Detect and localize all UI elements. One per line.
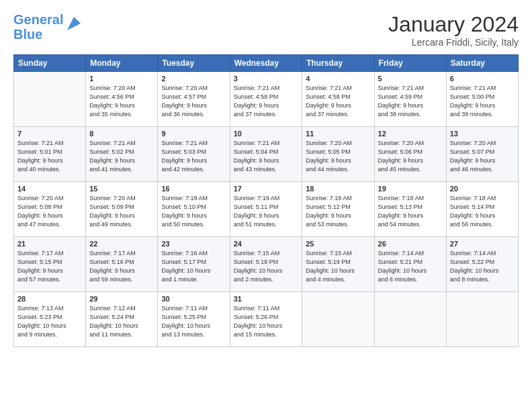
- day-number: 7: [17, 130, 82, 138]
- table-row: 17Sunrise: 7:19 AM Sunset: 5:11 PM Dayli…: [230, 182, 302, 237]
- table-row: 23Sunrise: 7:16 AM Sunset: 5:17 PM Dayli…: [158, 237, 230, 292]
- day-number: 11: [306, 130, 370, 138]
- col-friday: Friday: [374, 55, 446, 72]
- calendar-week-row: 7Sunrise: 7:21 AM Sunset: 5:01 PM Daylig…: [14, 127, 519, 182]
- logo-text: GeneralBlue: [13, 12, 63, 42]
- calendar-week-row: 21Sunrise: 7:17 AM Sunset: 5:15 PM Dayli…: [14, 237, 519, 292]
- day-number: 17: [234, 185, 299, 193]
- day-info: Sunrise: 7:20 AM Sunset: 4:57 PM Dayligh…: [161, 84, 226, 119]
- day-info: Sunrise: 7:21 AM Sunset: 4:58 PM Dayligh…: [234, 84, 299, 119]
- day-info: Sunrise: 7:20 AM Sunset: 5:07 PM Dayligh…: [450, 139, 515, 174]
- day-info: Sunrise: 7:21 AM Sunset: 5:04 PM Dayligh…: [234, 139, 299, 174]
- table-row: 4Sunrise: 7:21 AM Sunset: 4:58 PM Daylig…: [302, 72, 374, 127]
- day-number: 9: [161, 130, 226, 138]
- table-row: 21Sunrise: 7:17 AM Sunset: 5:15 PM Dayli…: [14, 237, 86, 292]
- day-info: Sunrise: 7:21 AM Sunset: 4:59 PM Dayligh…: [378, 84, 443, 119]
- day-number: 4: [306, 75, 370, 83]
- day-info: Sunrise: 7:20 AM Sunset: 5:05 PM Dayligh…: [306, 139, 370, 174]
- table-row: 15Sunrise: 7:20 AM Sunset: 5:09 PM Dayli…: [86, 182, 158, 237]
- day-info: Sunrise: 7:17 AM Sunset: 5:16 PM Dayligh…: [89, 249, 154, 284]
- day-info: Sunrise: 7:15 AM Sunset: 5:19 PM Dayligh…: [306, 249, 370, 284]
- table-row: 27Sunrise: 7:14 AM Sunset: 5:22 PM Dayli…: [446, 237, 518, 292]
- day-number: 28: [17, 295, 82, 303]
- day-info: Sunrise: 7:21 AM Sunset: 5:02 PM Dayligh…: [89, 139, 154, 174]
- table-row: 7Sunrise: 7:21 AM Sunset: 5:01 PM Daylig…: [14, 127, 86, 182]
- day-info: Sunrise: 7:17 AM Sunset: 5:15 PM Dayligh…: [17, 249, 82, 284]
- day-info: Sunrise: 7:15 AM Sunset: 5:18 PM Dayligh…: [234, 249, 299, 284]
- table-row: 2Sunrise: 7:20 AM Sunset: 4:57 PM Daylig…: [158, 72, 230, 127]
- col-saturday: Saturday: [446, 55, 518, 72]
- day-number: 5: [378, 75, 443, 83]
- table-row: 30Sunrise: 7:11 AM Sunset: 5:25 PM Dayli…: [158, 292, 230, 347]
- day-number: 25: [306, 240, 370, 248]
- calendar-week-row: 28Sunrise: 7:13 AM Sunset: 5:23 PM Dayli…: [14, 292, 519, 347]
- day-number: 22: [89, 240, 154, 248]
- day-number: 23: [161, 240, 226, 248]
- day-number: 21: [17, 240, 82, 248]
- month-title: January 2024: [388, 12, 519, 37]
- day-info: Sunrise: 7:21 AM Sunset: 5:03 PM Dayligh…: [161, 139, 226, 174]
- day-number: 19: [378, 185, 443, 193]
- col-thursday: Thursday: [302, 55, 374, 72]
- table-row: 11Sunrise: 7:20 AM Sunset: 5:05 PM Dayli…: [302, 127, 374, 182]
- logo: GeneralBlue: [13, 12, 83, 42]
- day-info: Sunrise: 7:18 AM Sunset: 5:13 PM Dayligh…: [378, 194, 443, 229]
- table-row: [302, 292, 374, 347]
- day-number: 10: [234, 130, 299, 138]
- day-number: 29: [89, 295, 154, 303]
- table-row: 22Sunrise: 7:17 AM Sunset: 5:16 PM Dayli…: [86, 237, 158, 292]
- table-row: 18Sunrise: 7:18 AM Sunset: 5:12 PM Dayli…: [302, 182, 374, 237]
- day-number: 24: [234, 240, 299, 248]
- day-number: 20: [450, 185, 515, 193]
- day-number: 31: [234, 295, 299, 303]
- day-number: 13: [450, 130, 515, 138]
- table-row: 29Sunrise: 7:12 AM Sunset: 5:24 PM Dayli…: [86, 292, 158, 347]
- day-number: 2: [161, 75, 226, 83]
- calendar-week-row: 1Sunrise: 7:20 AM Sunset: 4:56 PM Daylig…: [14, 72, 519, 127]
- day-info: Sunrise: 7:11 AM Sunset: 5:26 PM Dayligh…: [234, 304, 299, 339]
- table-row: [14, 72, 86, 127]
- table-row: [374, 292, 446, 347]
- day-info: Sunrise: 7:14 AM Sunset: 5:21 PM Dayligh…: [378, 249, 443, 284]
- col-monday: Monday: [86, 55, 158, 72]
- calendar-header-row: Sunday Monday Tuesday Wednesday Thursday…: [14, 55, 519, 72]
- day-number: 6: [450, 75, 515, 83]
- table-row: 16Sunrise: 7:19 AM Sunset: 5:10 PM Dayli…: [158, 182, 230, 237]
- day-info: Sunrise: 7:19 AM Sunset: 5:10 PM Dayligh…: [161, 194, 226, 229]
- table-row: 12Sunrise: 7:20 AM Sunset: 5:06 PM Dayli…: [374, 127, 446, 182]
- day-number: 16: [161, 185, 226, 193]
- day-info: Sunrise: 7:12 AM Sunset: 5:24 PM Dayligh…: [89, 304, 154, 339]
- logo-icon: [64, 14, 83, 33]
- day-number: 26: [378, 240, 443, 248]
- day-number: 1: [89, 75, 154, 83]
- day-info: Sunrise: 7:13 AM Sunset: 5:23 PM Dayligh…: [17, 304, 82, 339]
- title-block: January 2024 Lercara Friddi, Sicily, Ita…: [388, 12, 519, 48]
- table-row: 20Sunrise: 7:18 AM Sunset: 5:14 PM Dayli…: [446, 182, 518, 237]
- day-number: 12: [378, 130, 443, 138]
- day-info: Sunrise: 7:18 AM Sunset: 5:14 PM Dayligh…: [450, 194, 515, 229]
- day-info: Sunrise: 7:20 AM Sunset: 5:08 PM Dayligh…: [17, 194, 82, 229]
- table-row: 6Sunrise: 7:21 AM Sunset: 5:00 PM Daylig…: [446, 72, 518, 127]
- col-wednesday: Wednesday: [230, 55, 302, 72]
- calendar-page: GeneralBlue January 2024 Lercara Friddi,…: [0, 0, 532, 411]
- col-tuesday: Tuesday: [158, 55, 230, 72]
- day-number: 27: [450, 240, 515, 248]
- day-number: 3: [234, 75, 299, 83]
- table-row: 28Sunrise: 7:13 AM Sunset: 5:23 PM Dayli…: [14, 292, 86, 347]
- table-row: 25Sunrise: 7:15 AM Sunset: 5:19 PM Dayli…: [302, 237, 374, 292]
- col-sunday: Sunday: [14, 55, 86, 72]
- table-row: [446, 292, 518, 347]
- svg-marker-0: [67, 17, 81, 30]
- location: Lercara Friddi, Sicily, Italy: [388, 37, 519, 48]
- day-info: Sunrise: 7:21 AM Sunset: 5:01 PM Dayligh…: [17, 139, 82, 174]
- table-row: 26Sunrise: 7:14 AM Sunset: 5:21 PM Dayli…: [374, 237, 446, 292]
- calendar-table: Sunday Monday Tuesday Wednesday Thursday…: [13, 54, 519, 347]
- day-info: Sunrise: 7:19 AM Sunset: 5:11 PM Dayligh…: [234, 194, 299, 229]
- table-row: 10Sunrise: 7:21 AM Sunset: 5:04 PM Dayli…: [230, 127, 302, 182]
- calendar-week-row: 14Sunrise: 7:20 AM Sunset: 5:08 PM Dayli…: [14, 182, 519, 237]
- day-number: 8: [89, 130, 154, 138]
- day-info: Sunrise: 7:20 AM Sunset: 5:06 PM Dayligh…: [378, 139, 443, 174]
- table-row: 13Sunrise: 7:20 AM Sunset: 5:07 PM Dayli…: [446, 127, 518, 182]
- table-row: 19Sunrise: 7:18 AM Sunset: 5:13 PM Dayli…: [374, 182, 446, 237]
- day-info: Sunrise: 7:20 AM Sunset: 4:56 PM Dayligh…: [89, 84, 154, 119]
